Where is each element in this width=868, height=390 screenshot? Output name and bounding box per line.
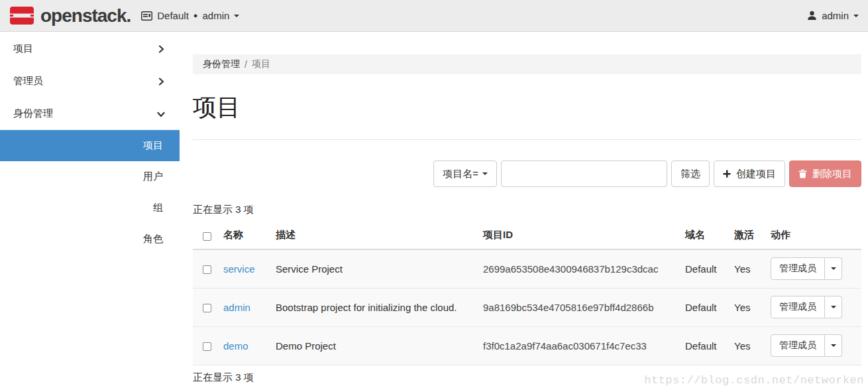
brand-wordmark: openstack. — [40, 5, 131, 27]
sidebar-subitem-label: 组 — [153, 202, 163, 214]
table-row: service Service Project 2699a653508e4300… — [193, 249, 861, 288]
table-row: admin Bootstrap project for initializing… — [193, 288, 861, 326]
sidebar-subitem-label: 项目 — [143, 139, 163, 152]
plus-icon — [723, 170, 731, 178]
row-action-split-button: 管理成员 — [771, 334, 842, 357]
context-bullet-icon: ● — [193, 12, 198, 19]
caret-down-icon — [482, 172, 488, 175]
openstack-logo-icon — [9, 7, 34, 25]
sidebar-subitem-users[interactable]: 用户 — [0, 161, 180, 192]
items-count: 正在显示 3 项 — [193, 204, 861, 216]
create-project-button[interactable]: 创建项目 — [714, 161, 785, 187]
row-checkbox[interactable] — [203, 304, 211, 312]
manage-members-button[interactable]: 管理成员 — [771, 334, 825, 357]
sidebar-item-label: 管理员 — [13, 75, 43, 88]
row-action-caret-button[interactable] — [825, 334, 842, 357]
project-context-switcher[interactable]: Default ● admin — [141, 10, 239, 21]
project-active: Yes — [729, 326, 765, 365]
column-header-domain[interactable]: 域名 — [680, 223, 729, 249]
project-domain: Default — [680, 326, 729, 365]
openstack-brand[interactable]: openstack. — [9, 5, 131, 27]
delete-projects-button[interactable]: 删除项目 — [789, 161, 861, 187]
main-content: 身份管理 / 项目 项目 项目名= 筛选 创建项目 删除项目 — [193, 32, 861, 390]
project-description: Bootstrap project for initializing the c… — [270, 288, 478, 326]
row-checkbox[interactable] — [203, 342, 211, 351]
project-name-link[interactable]: service — [223, 263, 255, 275]
column-header-name[interactable]: 名称 — [218, 223, 270, 249]
project-active: Yes — [729, 288, 765, 326]
project-description: Demo Project — [270, 326, 478, 365]
filter-button-label: 筛选 — [680, 168, 700, 180]
breadcrumb-current: 项目 — [252, 58, 270, 70]
context-project-label: admin — [202, 10, 229, 21]
sidebar-item-project[interactable]: 项目 — [0, 32, 180, 65]
project-id: 2699a653508e4300946837b129c3dcac — [478, 249, 680, 288]
filter-button[interactable]: 筛选 — [671, 161, 710, 187]
create-project-label: 创建项目 — [736, 168, 776, 180]
table-toolbar: 项目名= 筛选 创建项目 删除项目 — [193, 161, 861, 187]
select-all-checkbox[interactable] — [203, 232, 211, 241]
caret-down-icon — [831, 344, 836, 347]
chevron-down-icon — [157, 110, 165, 118]
project-name-link[interactable]: admin — [223, 302, 250, 313]
row-action-caret-button[interactable] — [825, 296, 842, 318]
trash-icon — [798, 169, 807, 178]
project-id: 9a8169bc534e4705816e97bff4d2866b — [478, 288, 680, 326]
table-row: demo Demo Project f3f0c1a2a9f74aa6ac0306… — [193, 326, 861, 365]
project-domain: Default — [680, 249, 729, 288]
sidebar-subitem-roles[interactable]: 角色 — [0, 224, 180, 255]
chevron-right-icon — [157, 78, 165, 86]
row-checkbox[interactable] — [203, 265, 211, 274]
user-menu[interactable]: admin — [807, 10, 859, 21]
breadcrumb-separator: / — [244, 59, 247, 70]
caret-down-icon — [853, 15, 859, 17]
breadcrumb-parent: 身份管理 — [203, 58, 240, 70]
context-domain-label: Default — [157, 10, 189, 21]
sidebar-item-identity[interactable]: 身份管理 — [0, 98, 180, 130]
chevron-right-icon — [157, 45, 165, 53]
sidebar-subitem-projects[interactable]: 项目 — [0, 130, 180, 161]
manage-members-button[interactable]: 管理成员 — [771, 257, 825, 280]
column-header-project-id[interactable]: 项目ID — [478, 223, 680, 249]
projects-table: 名称 描述 项目ID 域名 激活 动作 service Service Proj… — [193, 223, 861, 365]
row-action-caret-button[interactable] — [825, 257, 842, 280]
sidebar-item-admin[interactable]: 管理员 — [0, 65, 180, 98]
project-description: Service Project — [270, 249, 478, 288]
breadcrumb: 身份管理 / 项目 — [193, 54, 861, 74]
filter-field-dropdown[interactable]: 项目名= — [433, 161, 497, 187]
page-title: 项目 — [193, 92, 861, 124]
csdn-watermark: https://blog.csdn.net/networken — [644, 374, 864, 387]
table-header-row: 名称 描述 项目ID 域名 激活 动作 — [193, 223, 861, 249]
caret-down-icon — [234, 15, 239, 17]
column-header-description[interactable]: 描述 — [270, 223, 478, 249]
filter-input[interactable] — [501, 161, 667, 187]
manage-members-button[interactable]: 管理成员 — [771, 296, 825, 318]
column-header-actions: 动作 — [765, 223, 861, 249]
user-name-label: admin — [822, 10, 849, 21]
delete-projects-label: 删除项目 — [812, 168, 852, 180]
caret-down-icon — [831, 267, 836, 270]
user-icon — [807, 11, 817, 21]
filter-field-label: 项目名= — [443, 168, 478, 180]
project-id: f3f0c1a2a9f74aa6ac030671f4c7ec33 — [478, 326, 680, 365]
title-divider — [193, 139, 861, 140]
sidebar-item-label: 身份管理 — [13, 107, 53, 120]
table-body: service Service Project 2699a653508e4300… — [193, 249, 861, 365]
sidebar-subitem-label: 用户 — [143, 170, 163, 183]
column-header-active[interactable]: 激活 — [729, 223, 765, 249]
project-name-link[interactable]: demo — [223, 340, 248, 352]
caret-down-icon — [831, 306, 836, 308]
project-active: Yes — [729, 249, 765, 288]
project-domain: Default — [680, 288, 729, 326]
sidebar: 项目 管理员 身份管理 项目 用户 组 角色 — [0, 32, 180, 390]
sidebar-item-label: 项目 — [13, 42, 33, 55]
sidebar-subitem-groups[interactable]: 组 — [0, 192, 180, 224]
row-action-split-button: 管理成员 — [771, 257, 842, 280]
sidebar-subitem-label: 角色 — [143, 233, 163, 245]
row-action-split-button: 管理成员 — [771, 296, 842, 318]
domain-icon — [141, 11, 152, 21]
top-bar: openstack. Default ● admin admin — [0, 0, 868, 32]
